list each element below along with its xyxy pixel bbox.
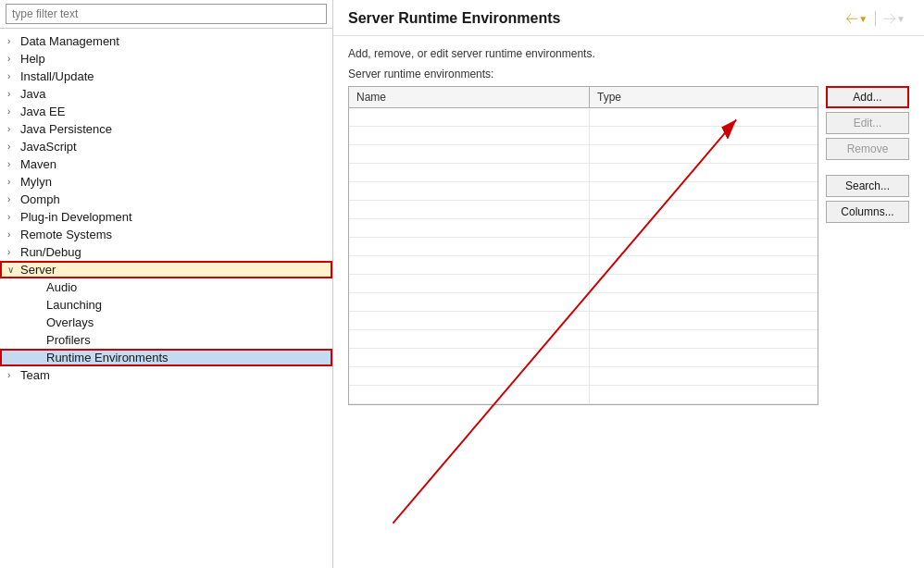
tree-item-server-overlays[interactable]: Overlays (0, 314, 332, 331)
tree-item-java-persistence[interactable]: ›Java Persistence (0, 120, 332, 138)
tree-item-help[interactable]: ›Help (0, 50, 332, 68)
cell-name (349, 349, 590, 366)
tree-item-maven[interactable]: ›Maven (0, 155, 332, 173)
cell-name (349, 201, 590, 218)
tree-arrow-icon: › (7, 370, 20, 380)
tree-arrow-icon: › (7, 247, 20, 257)
tree-item-server-audio[interactable]: Audio (0, 278, 332, 296)
buttons-panel: Add...Edit...RemoveSearch...Columns... (826, 86, 909, 557)
cell-name (349, 164, 590, 181)
search-button[interactable]: Search... (826, 175, 909, 197)
table-header: Name Type (349, 87, 818, 108)
cell-type (590, 312, 818, 329)
tree-item-plug-in-development[interactable]: ›Plug-in Development (0, 208, 332, 226)
table-row[interactable] (349, 219, 818, 238)
table-row[interactable] (349, 349, 818, 367)
tree-item-server[interactable]: ∨Server (0, 261, 332, 278)
table-row[interactable] (349, 386, 818, 404)
cell-type (590, 349, 818, 366)
tree-arrow-icon: › (7, 142, 20, 152)
button-spacer (826, 164, 909, 171)
tree-item-server-runtime[interactable]: Runtime Environments (0, 349, 332, 366)
tree-item-server-launching[interactable]: Launching (0, 296, 332, 314)
tree-arrow-icon: › (7, 124, 20, 134)
table-row[interactable] (349, 182, 818, 201)
table-container: Name Type (348, 86, 818, 405)
tree-item-java[interactable]: ›Java (0, 85, 332, 103)
cell-name (349, 182, 590, 200)
tree-item-team[interactable]: ›Team (0, 366, 332, 384)
filter-input[interactable] (6, 4, 327, 24)
tree-label: Overlays (46, 315, 329, 329)
tree-item-run-debug[interactable]: ›Run/Debug (0, 243, 332, 261)
tree-item-javascript[interactable]: ›JavaScript (0, 138, 332, 155)
tree-label: Java Persistence (20, 122, 329, 136)
back-arrow-icon: 🡠 (845, 11, 858, 26)
tree-label: Runtime Environments (46, 351, 329, 364)
cell-type (590, 367, 818, 385)
right-content: Add, remove, or edit server runtime envi… (333, 36, 924, 568)
tree-arrow-icon: › (7, 89, 20, 99)
table-row[interactable] (349, 145, 818, 164)
tree-label: Help (20, 52, 329, 66)
cell-name (349, 330, 590, 348)
table-row[interactable] (349, 238, 818, 256)
tree-label: Remote Systems (20, 228, 329, 241)
tree-label: Java EE (20, 105, 329, 118)
table-row[interactable] (349, 164, 818, 182)
tree-label: Mylyn (20, 175, 329, 189)
table-row[interactable] (349, 108, 818, 127)
nav-buttons: 🡠 ▼ 🡢 ▼ (842, 9, 909, 28)
back-dropdown-icon: ▼ (858, 14, 868, 24)
tree-arrow-icon: › (7, 54, 20, 64)
table-row[interactable] (349, 201, 818, 219)
tree-label: Data Management (20, 34, 329, 48)
table-row[interactable] (349, 330, 818, 349)
cell-type (590, 127, 818, 144)
filter-container (0, 0, 332, 29)
table-row[interactable] (349, 127, 818, 145)
remove-button: Remove (826, 138, 909, 160)
columns-button[interactable]: Columns... (826, 201, 909, 223)
tree-item-java-ee[interactable]: ›Java EE (0, 103, 332, 120)
tree-item-oomph[interactable]: ›Oomph (0, 191, 332, 208)
table-row[interactable] (349, 312, 818, 330)
cell-type (590, 108, 818, 126)
table-row[interactable] (349, 293, 818, 312)
tree-item-mylyn[interactable]: ›Mylyn (0, 173, 332, 191)
description-text: Add, remove, or edit server runtime envi… (348, 47, 909, 60)
tree-item-install-update[interactable]: ›Install/Update (0, 68, 332, 85)
tree-label: Launching (46, 298, 329, 312)
cell-name (349, 293, 590, 311)
tree-label: Run/Debug (20, 245, 329, 259)
tree-item-data-management[interactable]: ›Data Management (0, 32, 332, 50)
cell-name (349, 127, 590, 144)
table-row[interactable] (349, 275, 818, 293)
tree-item-server-profilers[interactable]: Profilers (0, 331, 332, 349)
tree-arrow-icon: › (7, 212, 20, 222)
back-button[interactable]: 🡠 ▼ (842, 9, 871, 28)
tree-arrow-icon: › (7, 194, 20, 204)
cell-name (349, 238, 590, 255)
tree-label: Install/Update (20, 69, 329, 83)
cell-name (349, 256, 590, 274)
table-row[interactable] (349, 256, 818, 275)
tree-label: Audio (46, 280, 329, 294)
tree-item-remote-systems[interactable]: ›Remote Systems (0, 226, 332, 243)
tree-arrow-icon: › (7, 159, 20, 169)
tree-arrow-icon: › (7, 36, 20, 46)
section-label: Server runtime environments: (348, 68, 909, 80)
tree-label: JavaScript (20, 140, 329, 154)
cell-type (590, 164, 818, 181)
cell-name (349, 219, 590, 237)
right-header: Server Runtime Environments 🡠 ▼ 🡢 ▼ (333, 0, 924, 36)
tree-label: Plug-in Development (20, 210, 329, 224)
cell-name (349, 367, 590, 385)
forward-button[interactable]: 🡢 ▼ (880, 9, 909, 28)
add-button[interactable]: Add... (826, 86, 909, 108)
col-type-header: Type (590, 87, 818, 107)
table-wrapper: Name Type (348, 86, 818, 557)
cell-type (590, 330, 818, 348)
cell-name (349, 386, 590, 403)
table-row[interactable] (349, 367, 818, 386)
